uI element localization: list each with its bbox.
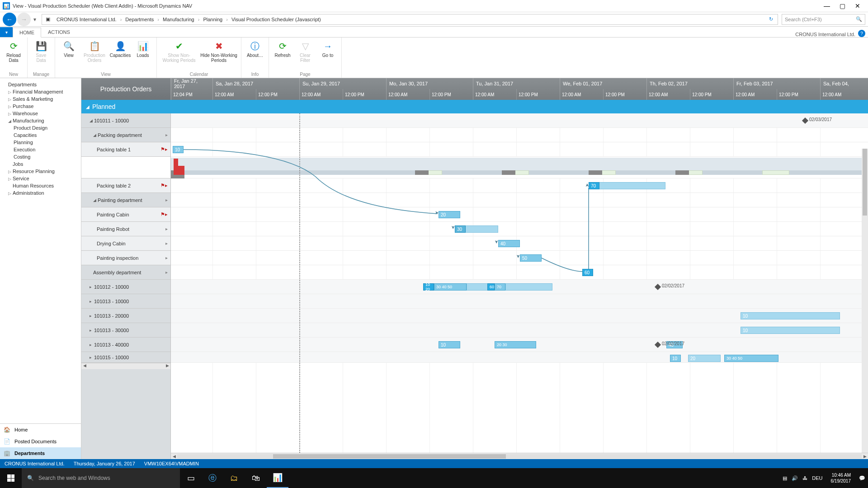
- chevron-right-icon[interactable]: ▸: [165, 241, 168, 246]
- task-30[interactable]: 30: [455, 225, 466, 233]
- nav-product-design[interactable]: Product Design: [0, 124, 81, 131]
- chevron-right-icon[interactable]: ▸: [165, 197, 168, 202]
- nav-manufacturing[interactable]: ◢Manufacturing: [0, 117, 81, 124]
- mini-task[interactable]: 30 40 50: [724, 355, 778, 362]
- chevron-right-icon[interactable]: ▸: [165, 255, 168, 260]
- task-50[interactable]: 50: [520, 254, 542, 262]
- language-indicator[interactable]: DEU: [812, 475, 822, 481]
- mini-task[interactable]: 10: [670, 355, 681, 362]
- nav-execution[interactable]: Execution: [0, 146, 81, 153]
- res-drying-cabin[interactable]: Drying Cabin▸: [81, 236, 170, 251]
- clear-filter-button[interactable]: ▽Clear Filter: [295, 39, 315, 71]
- volume-icon[interactable]: 🔊: [792, 475, 798, 481]
- task-10[interactable]: 10: [173, 146, 184, 153]
- mini-task[interactable]: 20: [688, 355, 721, 362]
- section-planned[interactable]: ◢ Planned: [81, 100, 868, 113]
- dept-assembly[interactable]: Assembly department▸: [81, 265, 170, 280]
- crumb-0[interactable]: CRONUS International Ltd.: [55, 17, 118, 22]
- action-center-icon[interactable]: 💬: [859, 475, 865, 481]
- tray-icon[interactable]: ▤: [783, 475, 787, 481]
- crumb-2[interactable]: Manufacturing: [161, 17, 196, 22]
- mini-task[interactable]: 10: [741, 312, 840, 319]
- chevron-right-icon[interactable]: ▸: [165, 270, 168, 275]
- task-view-button[interactable]: ▭: [180, 468, 202, 488]
- nav-service[interactable]: ▷Service: [0, 175, 81, 182]
- dept-packing[interactable]: ◢Packing department▸: [81, 128, 170, 142]
- nav-purchase[interactable]: ▷Purchase: [0, 103, 81, 110]
- hscroll-left[interactable]: ◀▶: [81, 363, 170, 369]
- chevron-right-icon[interactable]: ▸: [165, 226, 168, 231]
- mini-task[interactable]: 70: [495, 283, 505, 291]
- close-button[interactable]: ✕: [850, 1, 865, 10]
- reload-data-button[interactable]: ⟳Reload Data: [4, 39, 24, 71]
- mini-task[interactable]: [505, 283, 552, 291]
- mini-task[interactable]: [467, 283, 488, 291]
- nav-back-button[interactable]: ←: [3, 13, 16, 26]
- footer-home[interactable]: 🏠Home: [0, 424, 81, 436]
- help-button[interactable]: ?: [858, 30, 865, 37]
- task-60[interactable]: 60: [582, 269, 593, 276]
- nav-capacities[interactable]: Capacities: [0, 131, 81, 139]
- network-icon[interactable]: 🖧: [802, 475, 807, 481]
- nav-planning[interactable]: Planning: [0, 139, 81, 146]
- gantt-chart[interactable]: 02/03/2017 10 70 20 30 40 50 60 ➤ ➤ ➤ ➤ …: [171, 113, 868, 459]
- task-70[interactable]: 70: [589, 182, 599, 189]
- nav-forward-button[interactable]: →: [17, 13, 31, 26]
- res-painting-robot[interactable]: Painting Robot▸: [81, 222, 170, 236]
- start-button[interactable]: [0, 468, 22, 488]
- refresh-button[interactable]: ⟳Refresh: [273, 39, 292, 71]
- clock[interactable]: 10:46 AM 6/19/2017: [827, 472, 855, 484]
- nav-jobs[interactable]: Jobs: [0, 160, 81, 168]
- store-icon[interactable]: 🛍: [245, 468, 267, 488]
- order-row-101015[interactable]: ▸101015 - 10000: [81, 352, 170, 363]
- footer-departments[interactable]: 🏢Departments: [0, 447, 81, 459]
- nav-app-icon[interactable]: 📊: [267, 468, 288, 488]
- nav-resource-planning[interactable]: ▷Resource Planning: [0, 168, 81, 175]
- order-row-101013-2[interactable]: ▸101013 - 20000: [81, 309, 170, 323]
- maximize-button[interactable]: ▢: [835, 1, 850, 10]
- breadcrumb[interactable]: ▣ CRONUS International Ltd. › Department…: [42, 14, 778, 25]
- nav-admin[interactable]: ▷Administration: [0, 189, 81, 197]
- view-button[interactable]: 🔍View: [59, 39, 79, 71]
- crumb-3[interactable]: Planning: [201, 17, 224, 22]
- mini-task[interactable]: 10: [741, 327, 840, 334]
- tab-home[interactable]: HOME: [13, 28, 41, 38]
- breadcrumb-refresh-icon[interactable]: ↻: [766, 16, 776, 22]
- order-row-101011[interactable]: ◢101011 - 10000: [81, 113, 170, 128]
- dept-painting[interactable]: ◢Painting department▸: [81, 193, 170, 207]
- nav-hr[interactable]: Human Resources: [0, 182, 81, 189]
- loads-button[interactable]: 📊Loads: [133, 39, 153, 71]
- edge-icon[interactable]: ⓔ: [202, 468, 223, 488]
- system-tray[interactable]: ▤ 🔊 🖧 DEU 10:46 AM 6/19/2017 💬: [780, 472, 868, 484]
- res-painting-cabin[interactable]: Painting Cabin⚑▸: [81, 207, 170, 222]
- taskbar-search[interactable]: 🔍 Search the web and Windows: [22, 468, 180, 488]
- nav-financial[interactable]: ▷Financial Management: [0, 88, 81, 95]
- footer-posted[interactable]: 📄Posted Documents: [0, 436, 81, 447]
- crumb-1[interactable]: Departments: [123, 17, 156, 22]
- nav-sales[interactable]: ▷Sales & Marketing: [0, 95, 81, 103]
- chevron-right-icon[interactable]: ▸: [165, 132, 168, 137]
- goto-button[interactable]: →Go to: [318, 39, 338, 71]
- vscroll[interactable]: [862, 149, 868, 453]
- mini-task[interactable]: 10 20: [423, 283, 434, 291]
- minimize-button[interactable]: ―: [819, 1, 835, 10]
- task-20[interactable]: 20: [439, 211, 460, 218]
- nav-departments[interactable]: Departments: [0, 81, 81, 88]
- show-nonworking-button[interactable]: ✔Show Non-Working Periods: [160, 39, 198, 71]
- mini-task[interactable]: 20 30: [495, 341, 536, 348]
- search-input[interactable]: Search (Ctrl+F3) 🔍: [782, 14, 865, 25]
- mini-task[interactable]: 30 40 50: [434, 283, 467, 291]
- order-row-101013-1[interactable]: ▸101013 - 10000: [81, 294, 170, 309]
- order-row-101013-3[interactable]: ▸101013 - 30000: [81, 323, 170, 338]
- nav-history-dropdown[interactable]: ▾: [32, 15, 38, 24]
- res-packing-table-1[interactable]: Packing table 1⚑▸: [81, 142, 170, 157]
- order-row-101012[interactable]: ▸101012 - 10000: [81, 280, 170, 294]
- hide-nonworking-button[interactable]: ✖Hide Non-Working Periods: [200, 39, 237, 71]
- save-data-button[interactable]: 💾Save Data: [31, 39, 51, 71]
- production-orders-button[interactable]: 📋Production Orders: [81, 39, 108, 71]
- res-painting-inspection[interactable]: Painting inspection▸: [81, 251, 170, 265]
- mini-task[interactable]: 60: [487, 283, 495, 291]
- hscroll-right[interactable]: ◀ ▶: [171, 453, 868, 459]
- order-row-101013-4[interactable]: ▸101013 - 40000: [81, 338, 170, 352]
- mini-task[interactable]: 10: [439, 341, 460, 348]
